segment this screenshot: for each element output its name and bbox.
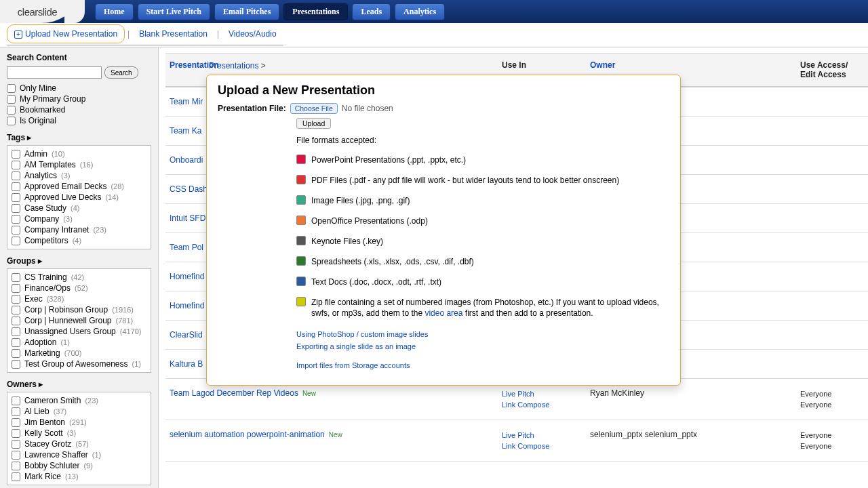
checkbox[interactable] — [12, 237, 20, 245]
nav-leads[interactable]: Leads — [352, 3, 391, 20]
groups-item[interactable]: CS Training (42) — [12, 272, 146, 283]
help-link[interactable]: Using PhotoShop / custom image slides — [296, 328, 669, 340]
checkbox[interactable] — [12, 171, 20, 180]
checkbox[interactable] — [7, 106, 16, 115]
search-input[interactable] — [7, 66, 102, 79]
checkbox[interactable] — [12, 451, 20, 460]
checkbox[interactable] — [12, 360, 20, 369]
tags-item[interactable]: Competitors (4) — [12, 235, 146, 246]
use-in-links[interactable]: Live Pitch Link Compose — [502, 430, 590, 451]
help-link[interactable]: Import files from Storage accounts — [296, 359, 669, 371]
owners-item[interactable]: Al Lieb (37) — [12, 406, 146, 417]
logo[interactable]: clearslide — [0, 0, 75, 23]
groups-item[interactable]: Test Group of Awesomeness (1) — [12, 359, 146, 369]
filters-item[interactable]: Bookmarked — [7, 104, 151, 115]
tags-section-title[interactable]: Tags ▸ — [7, 133, 151, 142]
checkbox[interactable] — [12, 273, 20, 282]
owners-section-title[interactable]: Owners ▸ — [7, 380, 151, 389]
nav-analytics[interactable]: Analytics — [395, 3, 445, 20]
owners-item[interactable]: Kelly Scott (3) — [12, 428, 146, 439]
tags-item[interactable]: Company (3) — [12, 214, 146, 224]
checkbox[interactable] — [12, 327, 20, 336]
breadcrumb-presentations[interactable]: Presentations — [209, 61, 258, 70]
groups-item[interactable]: Corp | Hunnewell Group (781) — [12, 315, 146, 326]
owners-item[interactable]: Mark Rice (13) — [12, 471, 146, 482]
checkbox[interactable] — [12, 349, 20, 358]
tags-item[interactable]: Company Intranet (23) — [12, 224, 146, 235]
groups-item[interactable]: Adoption (1) — [12, 337, 146, 348]
groups-item[interactable]: Marketing (700) — [12, 348, 146, 359]
checkbox[interactable] — [12, 193, 20, 202]
checkbox[interactable] — [12, 462, 20, 470]
format-item: Text Docs (.doc, .docx, .odt, .rtf, .txt… — [296, 277, 669, 287]
nav-email-pitches[interactable]: Email Pitches — [214, 3, 279, 20]
tags-item[interactable]: Admin (10) — [12, 148, 146, 159]
checkbox[interactable] — [12, 215, 20, 224]
fi-ppt-icon — [296, 155, 306, 164]
videos-audio-link[interactable]: Videos/Audio — [222, 25, 283, 43]
owner-name: Ryan McKinley — [590, 388, 800, 398]
checkbox[interactable] — [12, 182, 20, 191]
checkbox[interactable] — [12, 306, 20, 314]
groups-item[interactable]: Corp | Robinson Group (1916) — [12, 304, 146, 315]
checkbox[interactable] — [12, 204, 20, 213]
upload-modal-overlay: Presentations > Upload a New Presentatio… — [206, 61, 681, 386]
fi-pdf-icon — [296, 175, 306, 184]
tags-item[interactable]: Approved Live Decks (14) — [12, 192, 146, 203]
owners-item[interactable]: Stacey Grotz (57) — [12, 439, 146, 449]
fi-doc-icon — [296, 277, 306, 286]
owners-item[interactable]: Jim Benton (291) — [12, 417, 146, 428]
presentation-link[interactable]: Team Lagod December Rep VideosNew — [170, 388, 502, 398]
nav-home[interactable]: Home — [95, 3, 134, 20]
groups-item[interactable]: Unassigned Users Group (4170) — [12, 326, 146, 337]
owners-item[interactable]: Lawrence Shaffer (1) — [12, 449, 146, 460]
use-in-links[interactable]: Live Pitch Link Compose — [502, 388, 590, 410]
checkbox[interactable] — [7, 84, 16, 93]
nav-start-live-pitch[interactable]: Start Live Pitch — [138, 3, 210, 20]
filters-item[interactable]: My Primary Group — [7, 94, 151, 104]
checkbox[interactable] — [12, 396, 20, 405]
formats-accepted-label: File formats accepted: — [296, 136, 669, 145]
format-item: Keynote Files (.key) — [296, 236, 669, 247]
choose-file-button[interactable]: Choose File — [290, 103, 338, 114]
filters-item[interactable]: Only Mine — [7, 83, 151, 94]
checkbox[interactable] — [12, 407, 20, 416]
blank-presentation-link[interactable]: Blank Presentation — [132, 25, 214, 43]
checkbox[interactable] — [12, 295, 20, 304]
checkbox[interactable] — [7, 95, 16, 104]
sidebar: Search Content Search Only MineMy Primar… — [0, 47, 159, 488]
tags-item[interactable]: Approved Email Decks (28) — [12, 181, 146, 192]
groups-item[interactable]: Exec (328) — [12, 293, 146, 304]
format-item: PowerPoint Presentations (.ppt, .pptx, e… — [296, 155, 669, 165]
checkbox[interactable] — [7, 117, 16, 125]
checkbox[interactable] — [12, 150, 20, 159]
checkbox[interactable] — [12, 418, 20, 427]
upload-new-presentation-link[interactable]: +Upload New Presentation — [7, 24, 125, 43]
checkbox[interactable] — [12, 440, 20, 449]
checkbox[interactable] — [12, 161, 20, 169]
tags-item[interactable]: Case Study (4) — [12, 203, 146, 214]
checkbox[interactable] — [12, 338, 20, 347]
presentation-link[interactable]: selenium automation powerpoint-animation… — [170, 430, 502, 439]
owner-name: selenium_pptx selenium_pptx — [590, 430, 800, 439]
owners-item[interactable]: Bobby Schluter (9) — [12, 460, 146, 471]
checkbox[interactable] — [12, 226, 20, 235]
tags-item[interactable]: AM Templates (16) — [12, 159, 146, 170]
owners-item[interactable]: Cameron Smith (23) — [12, 395, 146, 406]
nav-presentations[interactable]: Presentations — [283, 3, 348, 20]
checkbox[interactable] — [12, 317, 20, 325]
groups-item[interactable]: Finance/Ops (52) — [12, 283, 146, 293]
checkbox[interactable] — [12, 429, 20, 438]
groups-section-title[interactable]: Groups ▸ — [7, 256, 151, 266]
checkbox[interactable] — [12, 472, 20, 481]
filters-item[interactable]: Is Original — [7, 115, 151, 126]
video-area-link[interactable]: video area — [425, 308, 462, 318]
format-zip: Zip file containing a set of numbered im… — [296, 297, 669, 319]
zip-icon — [296, 297, 306, 306]
search-button[interactable]: Search — [104, 66, 138, 79]
format-item: PDF Files (.pdf - any pdf file will work… — [296, 175, 669, 186]
tags-item[interactable]: Analytics (3) — [12, 170, 146, 181]
help-link[interactable]: Exporting a single slide as an image — [296, 340, 669, 352]
upload-button[interactable]: Upload — [296, 118, 331, 129]
checkbox[interactable] — [12, 284, 20, 293]
